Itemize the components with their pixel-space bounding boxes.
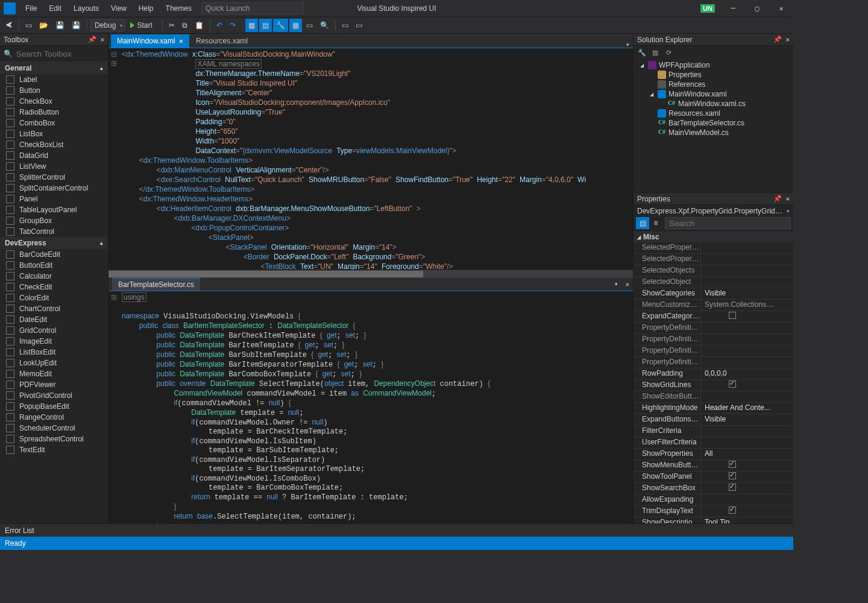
close-icon[interactable]: ✕ xyxy=(625,280,629,288)
tree-item[interactable]: Properties xyxy=(636,70,791,80)
tree-item[interactable]: ◢MainWindow.xaml xyxy=(636,89,791,99)
property-row[interactable]: ShowSearchBox xyxy=(634,483,793,494)
toolbox-item[interactable]: PivotGridControl xyxy=(0,390,108,401)
property-grid[interactable]: SelectedPropertyVa...SelectedPropertyPa.… xyxy=(634,242,793,523)
editor-tab[interactable]: Resources.xaml xyxy=(190,34,254,48)
toolbox-item[interactable]: ListBoxEdit xyxy=(0,347,108,358)
checkbox[interactable] xyxy=(729,472,736,479)
property-row[interactable]: SelectedPropertyVa... xyxy=(634,242,793,254)
properties-search-input[interactable] xyxy=(665,217,791,229)
toolbox-category[interactable]: DevExpress▴ xyxy=(0,237,108,249)
toolbox-item[interactable]: GroupBox xyxy=(0,215,108,226)
checkbox[interactable] xyxy=(729,507,736,514)
property-row[interactable]: ExpandCategories... xyxy=(634,311,793,323)
nav-back-icon[interactable]: ⮜ xyxy=(2,19,16,32)
xaml-editor[interactable]: ⊟<dx:ThemedWindow x:Class="VisualStudioD… xyxy=(108,48,633,270)
categorized-view-icon[interactable]: ▤ xyxy=(636,217,649,229)
toolbox-item[interactable]: TabControl xyxy=(0,226,108,237)
paste-icon[interactable]: 📋 xyxy=(192,19,207,32)
copy-icon[interactable]: ⧉ xyxy=(179,19,190,32)
toolbox-item[interactable]: ListView xyxy=(0,161,108,172)
toolbox-item[interactable]: ImageEdit xyxy=(0,336,108,347)
solution-tree[interactable]: ◢WPFApplicationPropertiesReferences◢Main… xyxy=(634,59,793,139)
toolbox-item[interactable]: CheckEdit xyxy=(0,282,108,292)
property-row[interactable]: AllowExpanding xyxy=(634,494,793,506)
toolbox-item[interactable]: SchedulerControl xyxy=(0,423,108,434)
property-row[interactable]: HighlightingModeHeader And Conte... xyxy=(634,403,793,414)
save-icon[interactable]: 💾 xyxy=(52,19,68,32)
property-row[interactable]: TrimDisplayText xyxy=(634,506,793,517)
property-category[interactable]: ◢Misc xyxy=(634,232,793,242)
toolbox-item[interactable]: ChartControl xyxy=(0,303,108,314)
config-combo[interactable]: Debug xyxy=(90,19,125,31)
solution-pane-icon[interactable]: ▤ xyxy=(259,19,272,32)
secondary-tab[interactable]: BarTemplateSelector.cs xyxy=(112,277,200,291)
property-row[interactable]: PropertyDefinitionT... xyxy=(634,357,793,368)
tree-item[interactable]: References xyxy=(636,80,791,89)
toolbox-item[interactable]: Calculator xyxy=(0,271,108,282)
menu-layouts[interactable]: Layouts xyxy=(68,2,105,15)
tree-item[interactable]: C#MainWindow.xaml.cs xyxy=(636,99,791,109)
close-icon[interactable]: ✕ xyxy=(179,37,183,45)
checkbox[interactable] xyxy=(729,461,736,468)
pin-icon[interactable]: 📌 xyxy=(88,36,96,43)
toolbox-item[interactable]: CheckBoxList xyxy=(0,139,108,150)
property-row[interactable]: ShowToolPanel xyxy=(634,472,793,483)
tabs-overflow-icon[interactable]: ▾ xyxy=(626,42,633,48)
save-all-icon[interactable]: 💾 xyxy=(69,19,84,32)
property-row[interactable]: PropertyDefinitionS... xyxy=(634,334,793,346)
error-list-tab[interactable]: Error List xyxy=(0,523,793,537)
horizontal-scrollbar[interactable] xyxy=(108,270,633,278)
close-icon[interactable]: ✕ xyxy=(100,36,104,43)
refresh-icon[interactable]: ⟳ xyxy=(664,48,673,57)
toolbox-item[interactable]: DataGrid xyxy=(0,150,108,161)
editor-tab[interactable]: MainWindow.xaml✕ xyxy=(111,34,189,48)
checkbox[interactable] xyxy=(729,380,736,388)
close-button[interactable]: ✕ xyxy=(769,1,793,16)
pin-icon[interactable]: 📌 xyxy=(773,195,782,203)
toolbox-item[interactable]: LookUpEdit xyxy=(0,358,108,368)
open-file-icon[interactable]: 📂 xyxy=(36,19,51,32)
minimize-button[interactable]: ─ xyxy=(721,1,745,16)
start-button[interactable]: Start xyxy=(126,19,159,31)
toolbox-item[interactable]: ListBox xyxy=(0,128,108,139)
load-layout-icon[interactable]: ▭ xyxy=(339,19,351,32)
redo-icon[interactable]: ↷ xyxy=(227,19,239,32)
property-row[interactable]: RowPadding0,0,0,0 xyxy=(634,368,793,380)
toolbox-item[interactable]: ButtonEdit xyxy=(0,260,108,271)
cut-icon[interactable]: ✂ xyxy=(166,19,178,32)
property-row[interactable]: UserFilterCriteria xyxy=(634,437,793,449)
toolbox-item[interactable]: MemoEdit xyxy=(0,368,108,379)
find-pane-icon[interactable]: 🔍 xyxy=(317,19,332,32)
properties-object-selector[interactable]: DevExpress.Xpf.PropertyGrid.PropertyGrid… xyxy=(634,205,793,217)
toolbox-item[interactable]: BarCodeEdit xyxy=(0,249,108,260)
tree-item[interactable]: ◢WPFApplication xyxy=(636,60,791,70)
property-row[interactable]: SelectedPropertyPa... xyxy=(634,254,793,265)
property-row[interactable]: ShowPropertiesAll xyxy=(634,449,793,460)
tree-item[interactable]: C#BarTemplateSelector.cs xyxy=(636,118,791,128)
property-row[interactable]: ShowGridLines xyxy=(634,380,793,391)
tree-item[interactable]: Resources.xaml xyxy=(636,109,791,118)
property-row[interactable]: ExpandButtonsVisi...Visible xyxy=(634,414,793,426)
menu-help[interactable]: Help xyxy=(133,2,160,15)
property-row[interactable]: ShowDescriptionInTool Tip xyxy=(634,517,793,523)
quick-launch-input[interactable]: Quick Launch xyxy=(201,2,304,14)
property-row[interactable]: PropertyDefinitionT... xyxy=(634,346,793,357)
toolbox-item[interactable]: Panel xyxy=(0,194,108,204)
checkbox[interactable] xyxy=(729,484,736,491)
errorlist-pane-icon[interactable]: ▦ xyxy=(289,19,302,32)
toolbox-item[interactable]: Button xyxy=(0,85,108,96)
menu-themes[interactable]: Themes xyxy=(160,2,198,15)
properties-icon[interactable]: 🔧 xyxy=(637,48,647,57)
toolbox-item[interactable]: PDFViewer xyxy=(0,379,108,390)
property-row[interactable]: SelectedObject xyxy=(634,277,793,288)
menu-file[interactable]: File xyxy=(19,2,43,15)
property-row[interactable]: SelectedObjects xyxy=(634,265,793,277)
toolbox-item[interactable]: SpreadsheetControl xyxy=(0,434,108,444)
user-badge[interactable]: UN xyxy=(700,4,715,13)
property-row[interactable]: ShowEditorButtons xyxy=(634,391,793,403)
toolbox-category[interactable]: General▴ xyxy=(0,62,108,74)
tree-item[interactable]: C#MainViewModel.cs xyxy=(636,128,791,137)
toolbox-search-input[interactable] xyxy=(16,48,118,59)
toolbox-item[interactable]: ColorEdit xyxy=(0,292,108,303)
